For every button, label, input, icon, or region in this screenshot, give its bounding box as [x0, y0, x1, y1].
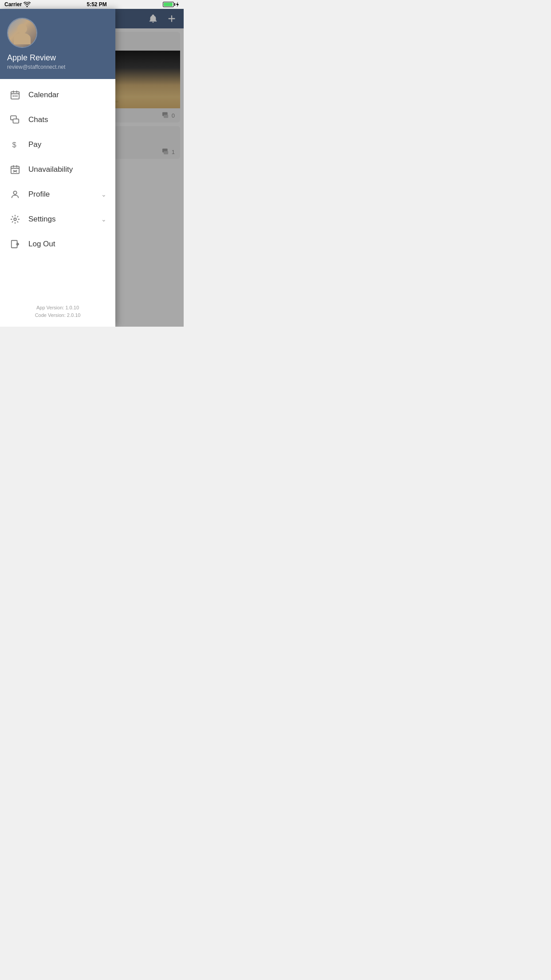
logout-icon [9, 238, 21, 250]
svg-marker-0 [176, 2, 179, 7]
user-email: review@staffconnect.net [7, 64, 65, 70]
sidebar-item-profile[interactable]: Profile ⌄ [0, 182, 115, 207]
chevron-down-icon: ⌄ [101, 191, 106, 198]
sidebar-item-settings[interactable]: Settings ⌄ [0, 207, 115, 232]
sidebar-item-chats[interactable]: Chats [0, 107, 115, 132]
profile-icon [9, 188, 21, 201]
status-bar-left: Carrier [4, 1, 31, 8]
sidebar-header: Apple Review review@staffconnect.net [0, 9, 115, 79]
svg-rect-8 [16, 95, 18, 97]
sidebar-nav: Calendar Chats $ Pay [0, 79, 115, 299]
settings-icon [9, 213, 21, 225]
svg-rect-7 [15, 95, 16, 97]
sidebar-item-label: Pay [28, 140, 106, 149]
svg-rect-10 [13, 119, 19, 123]
user-name: Apple Review [7, 53, 56, 63]
charging-icon [176, 2, 179, 7]
avatar-image [8, 19, 36, 47]
svg-text:$: $ [12, 141, 16, 149]
calendar-icon [9, 89, 21, 101]
sidebar-item-label: Settings [28, 215, 101, 224]
svg-point-13 [13, 191, 16, 194]
pay-icon: $ [9, 138, 21, 151]
code-version: Code Version: 2.0.10 [0, 312, 115, 320]
sidebar-item-label: Unavailability [28, 165, 106, 174]
sidebar-item-label: Log Out [28, 240, 106, 249]
sidebar-item-calendar[interactable]: Calendar [0, 83, 115, 107]
main-container: fice today! Can't wait ng campaign that … [0, 9, 184, 327]
battery-icon [163, 2, 174, 7]
chevron-down-icon: ⌄ [101, 216, 106, 223]
sidebar-item-label: Profile [28, 190, 101, 199]
status-bar-right [163, 2, 179, 7]
svg-rect-6 [13, 95, 14, 97]
status-bar: Carrier 5:52 PM [0, 0, 184, 9]
sidebar-item-unavailability[interactable]: Unavailability [0, 157, 115, 182]
sidebar-item-logout[interactable]: Log Out [0, 232, 115, 257]
app-version: App Version: 1.0.10 [0, 304, 115, 312]
sidebar-item-pay[interactable]: $ Pay [0, 132, 115, 157]
svg-rect-12 [11, 166, 19, 174]
sidebar-drawer: Apple Review review@staffconnect.net Cal… [0, 9, 115, 327]
wifi-icon [24, 2, 31, 7]
sidebar-item-label: Chats [28, 115, 106, 124]
unavailability-icon [9, 163, 21, 176]
chats-icon [9, 114, 21, 126]
svg-point-14 [14, 218, 16, 221]
carrier-label: Carrier [4, 1, 22, 8]
sidebar-item-label: Calendar [28, 91, 106, 99]
sidebar-footer: App Version: 1.0.10 Code Version: 2.0.10 [0, 299, 115, 327]
avatar[interactable] [7, 18, 37, 48]
status-bar-time: 5:52 PM [87, 1, 107, 8]
